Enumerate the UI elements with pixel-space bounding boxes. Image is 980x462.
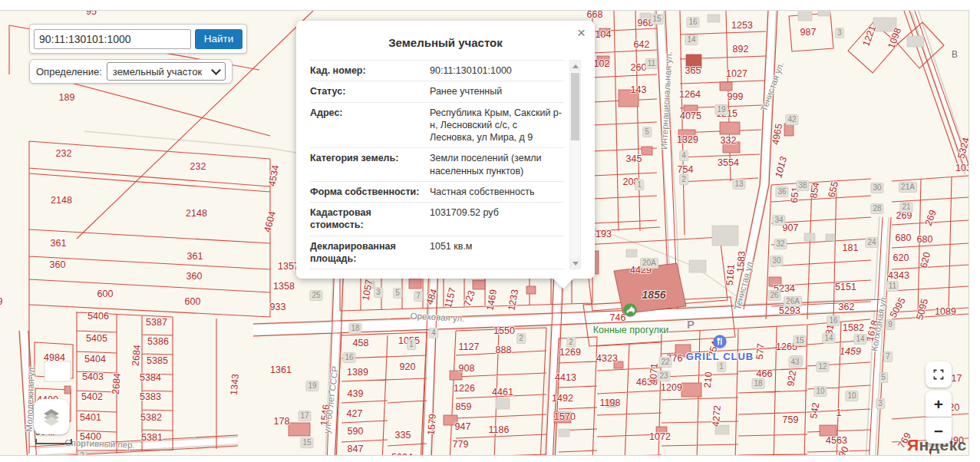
fork-knife-glyph <box>714 335 727 348</box>
horse-glyph <box>624 304 637 317</box>
horse-icon[interactable] <box>624 304 637 317</box>
field-label: Форма собственности: <box>310 186 424 198</box>
popup-scrollbar[interactable] <box>569 60 581 269</box>
field-value: Ранее учтенный <box>430 85 564 97</box>
plus-icon: + <box>934 396 943 412</box>
popup-field-row: Адрес:Республика Крым, Сакский р-н, Лесн… <box>310 103 564 149</box>
field-value: Земли поселений (земли населенных пункто… <box>430 152 564 177</box>
field-label: Статус: <box>310 85 424 97</box>
scale-ruler <box>35 439 72 444</box>
zoom-out-button[interactable]: − <box>926 417 952 444</box>
search-button[interactable]: Найти <box>195 29 243 49</box>
popup-title: Земельный участок <box>296 36 595 49</box>
scroll-up-icon[interactable] <box>570 61 580 71</box>
popup-body: Кад. номер:90:11:130101:1000Статус:Ранее… <box>310 60 581 269</box>
close-icon[interactable]: × <box>577 25 586 40</box>
cadastral-map-page: 9518923223221482148453446043613613603606… <box>0 0 980 462</box>
fullscreen-icon <box>932 368 945 381</box>
scrollbar-thumb[interactable] <box>571 73 579 140</box>
scroll-down-icon[interactable] <box>570 258 580 269</box>
popup-field-row: Форма собственности:Частная собственност… <box>310 182 564 203</box>
popup-field-row: Категория земель:Земли поселений (земли … <box>310 148 564 182</box>
field-value: Республика Крым, Сакский р-н, Лесновский… <box>430 107 564 144</box>
popup-field-row: Кад. номер:90:11:130101:1000 <box>310 61 564 81</box>
layers-icon <box>41 407 61 427</box>
yandex-logo-first-letter: Я <box>907 436 919 454</box>
definition-selected-value: земельный участок <box>113 66 202 78</box>
field-value: 90:11:130101:1000 <box>430 64 564 77</box>
field-value: 1051 кв.м <box>430 240 564 266</box>
popup-field-row: Кадастровая стоимость:1031709.52 руб <box>310 203 564 236</box>
search-input[interactable] <box>34 29 191 49</box>
layers-button[interactable] <box>34 399 69 434</box>
restaurant-icon[interactable] <box>714 335 727 348</box>
popup-field-row: Статус:Ранее учтенный <box>310 81 564 102</box>
field-value: 1031709.52 руб <box>430 206 564 232</box>
field-label: Декларированная площадь: <box>310 240 424 266</box>
search-panel: Найти <box>29 24 247 54</box>
popup-fields: Кад. номер:90:11:130101:1000Статус:Ранее… <box>310 60 564 269</box>
fullscreen-button[interactable] <box>926 361 952 388</box>
definition-panel: Определение: земельный участок <box>29 59 233 84</box>
chevron-down-icon <box>211 65 221 75</box>
definition-label: Определение: <box>36 66 102 78</box>
field-label: Категория земель: <box>310 152 424 177</box>
field-label: Кад. номер: <box>310 64 424 77</box>
parcel-info-popup: × Земельный участок Кад. номер:90:11:130… <box>296 21 595 279</box>
field-label: Адрес: <box>310 107 424 144</box>
minus-icon: − <box>934 423 943 439</box>
field-value: Частная собственность <box>430 186 564 198</box>
definition-select[interactable]: земельный участок <box>107 62 226 81</box>
field-label: Кадастровая стоимость: <box>310 206 424 232</box>
popup-field-row: Декларированная площадь:1051 кв.м <box>310 236 564 270</box>
zoom-in-button[interactable]: + <box>926 391 952 417</box>
